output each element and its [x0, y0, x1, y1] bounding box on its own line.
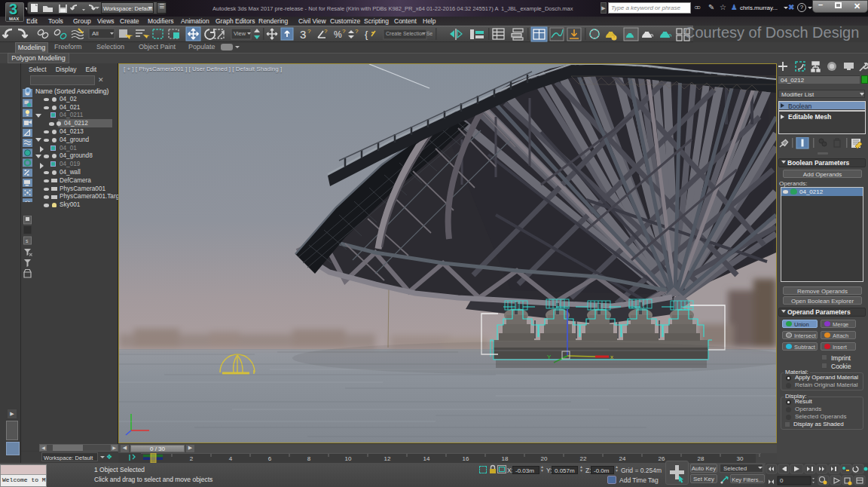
- svg-text:?: ?: [324, 28, 328, 35]
- svg-text:4: 4: [229, 455, 233, 462]
- svg-text:{: {: [365, 29, 368, 40]
- svg-text:View: View: [234, 30, 246, 37]
- svg-text:8: 8: [307, 455, 311, 462]
- svg-text:3: 3: [300, 28, 306, 41]
- svg-text:Create Selection Se: Create Selection Se: [386, 31, 432, 36]
- svg-text:12: 12: [384, 455, 391, 462]
- svg-text:s: s: [26, 238, 29, 244]
- svg-text:%: %: [334, 29, 342, 40]
- svg-text:18: 18: [502, 455, 509, 462]
- svg-text:24: 24: [619, 455, 626, 462]
- svg-text:2: 2: [190, 455, 194, 462]
- svg-text:?: ?: [355, 28, 359, 35]
- svg-text:26: 26: [659, 455, 665, 462]
- svg-text:10: 10: [345, 455, 352, 462]
- svg-text:All: All: [92, 30, 99, 37]
- svg-text:?: ?: [307, 28, 311, 35]
- svg-text:30: 30: [737, 455, 744, 462]
- svg-text:0: 0: [780, 477, 784, 484]
- svg-text:14: 14: [423, 455, 430, 462]
- svg-text:16: 16: [463, 455, 469, 462]
- svg-text:6: 6: [268, 455, 272, 462]
- svg-text:?: ?: [342, 28, 346, 35]
- svg-text:20: 20: [541, 455, 548, 462]
- svg-text:22: 22: [580, 455, 587, 462]
- svg-text:28: 28: [698, 455, 704, 462]
